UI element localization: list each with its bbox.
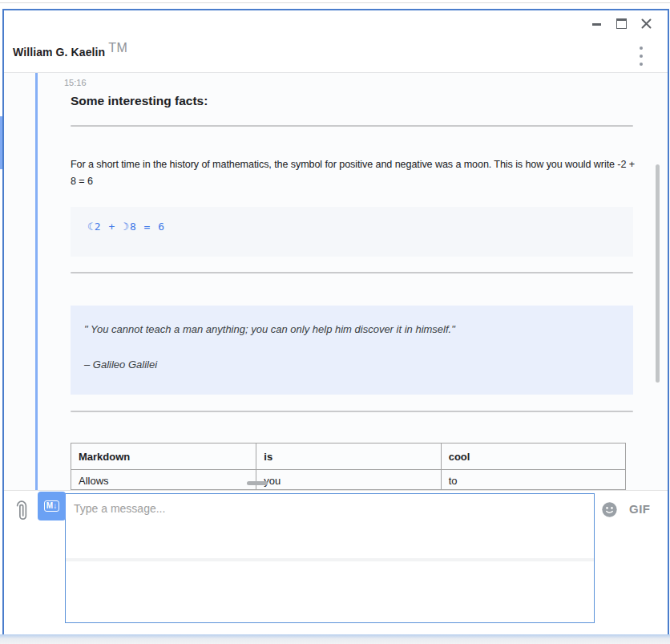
emoji-button[interactable] bbox=[601, 501, 618, 518]
conversation-title: William G. KaelinTM bbox=[13, 45, 127, 59]
quote-text: " You cannot teach a man anything; you c… bbox=[84, 323, 455, 335]
table-cell: to bbox=[441, 470, 625, 490]
message-timestamp: 15:16 bbox=[64, 78, 87, 87]
kebab-menu-icon bbox=[640, 55, 643, 58]
table-cell: you bbox=[256, 470, 440, 490]
input-placeholder: Type a message... bbox=[74, 502, 165, 515]
maximize-icon bbox=[616, 18, 627, 29]
minimize-button[interactable] bbox=[587, 17, 605, 31]
table-row: Allows you to bbox=[71, 470, 625, 490]
paperclip-icon bbox=[13, 499, 30, 523]
gif-button[interactable]: GIF bbox=[629, 502, 651, 516]
table-header-cell: cool bbox=[441, 444, 625, 469]
minimize-icon bbox=[592, 23, 601, 26]
message-divider bbox=[71, 272, 633, 273]
menu-button[interactable] bbox=[636, 46, 647, 67]
markdown-badge[interactable]: M↓ bbox=[38, 492, 66, 520]
quote-attribution: – Galileo Galilei bbox=[84, 358, 157, 371]
input-divider bbox=[66, 558, 594, 561]
table-header-cell: is bbox=[256, 444, 440, 469]
contact-name: William G. Kaelin bbox=[13, 46, 105, 59]
kebab-menu-icon bbox=[640, 47, 643, 50]
code-text: ☾2 + ☽8 = 6 bbox=[87, 221, 165, 233]
desktop-strip bbox=[0, 634, 670, 644]
message-divider bbox=[71, 411, 633, 412]
close-icon bbox=[641, 18, 652, 29]
title-suffix: TM bbox=[108, 41, 127, 55]
message-accent-bar bbox=[35, 73, 38, 490]
scrollbar-thumb[interactable] bbox=[656, 164, 660, 383]
compose-area: M↓ Type a message... GIF bbox=[4, 490, 668, 636]
message-paragraph: For a short time in the history of mathe… bbox=[71, 156, 636, 190]
attach-button[interactable] bbox=[13, 499, 30, 526]
code-block: ☾2 + ☽8 = 6 bbox=[71, 207, 633, 257]
message-divider bbox=[71, 125, 633, 127]
message-heading: Some interesting facts: bbox=[71, 94, 208, 108]
message-list: 15:16 Some interesting facts: For a shor… bbox=[4, 73, 668, 490]
app-window: William G. KaelinTM 15:16 Some interesti… bbox=[0, 0, 670, 644]
maximize-button[interactable] bbox=[612, 15, 630, 31]
window-edge-tab bbox=[0, 116, 2, 169]
table-cell: Allows bbox=[71, 470, 256, 490]
smiley-icon bbox=[601, 501, 618, 518]
table-header-cell: Markdown bbox=[71, 444, 256, 469]
chat-window: William G. KaelinTM 15:16 Some interesti… bbox=[2, 9, 669, 638]
table-header-row: Markdown is cool bbox=[71, 444, 625, 470]
close-button[interactable] bbox=[637, 15, 655, 31]
markdown-table: Markdown is cool Allows you to bbox=[71, 443, 626, 490]
kebab-menu-icon bbox=[640, 63, 643, 66]
desktop-edge-line bbox=[0, 2, 670, 3]
table-scroll-handle[interactable] bbox=[247, 481, 268, 485]
message-input[interactable]: Type a message... bbox=[65, 493, 595, 623]
markdown-icon: M↓ bbox=[44, 500, 59, 512]
blockquote: " You cannot teach a man anything; you c… bbox=[71, 306, 633, 395]
